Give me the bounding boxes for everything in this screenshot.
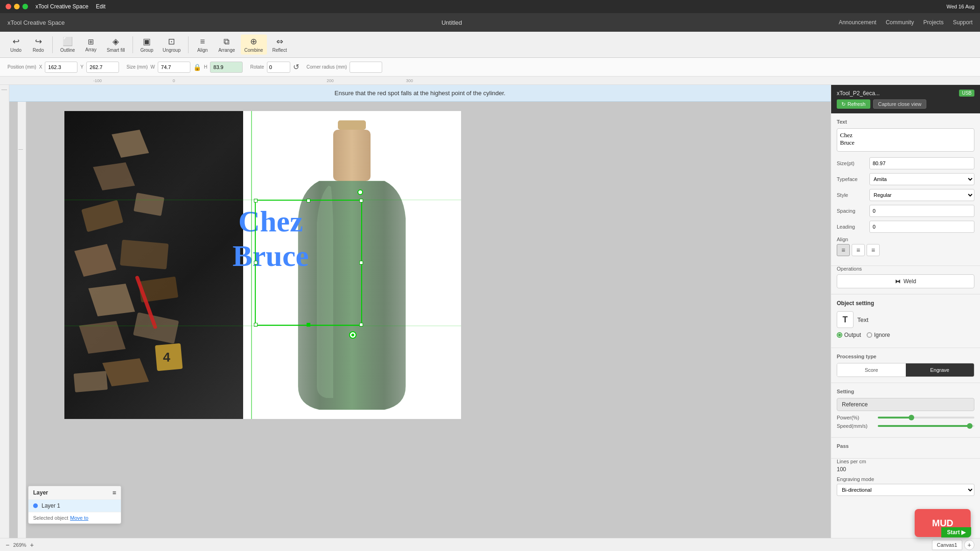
lines-label: Lines per cm — [837, 459, 974, 464]
arrow-icon: ▶ — [961, 529, 966, 536]
engrave-mode-select[interactable]: Bi-directional Unidirectional — [837, 484, 974, 496]
reflect-button[interactable]: ⇔ Reflect — [269, 35, 291, 55]
y-input[interactable] — [86, 62, 119, 73]
processing-tabs: Score Engrave — [837, 363, 974, 377]
size-label: Size (mm) — [126, 64, 148, 70]
typeface-select[interactable]: Amita — [869, 173, 974, 185]
app-title-bar: xTool Creative Space Untitled Announceme… — [0, 13, 980, 32]
layer-footer: Selected object Move to — [28, 512, 121, 523]
doc-title: Untitled — [441, 19, 462, 26]
arrange-button[interactable]: ⧉ Arrange — [215, 35, 239, 55]
w-input[interactable] — [158, 62, 190, 73]
power-thumb[interactable] — [909, 415, 914, 420]
text-bruce: Bruce — [232, 239, 309, 273]
close-button[interactable] — [6, 4, 11, 9]
align-center-button[interactable]: ≡ — [852, 244, 865, 256]
divider-3 — [188, 36, 189, 53]
canvas1-tab[interactable]: Canvas1 — [932, 540, 962, 550]
ruler-mark-0: 0 — [173, 78, 175, 83]
refresh-icon: ↻ — [841, 101, 846, 107]
power-slider[interactable] — [878, 417, 974, 418]
nav-community[interactable]: Community — [886, 19, 914, 26]
align-icon: ≡ — [200, 37, 205, 47]
style-row: Style Regular — [837, 189, 974, 201]
h-input[interactable] — [210, 62, 243, 73]
group-button[interactable]: ▣ Group — [137, 35, 157, 55]
text-props-section: Text Chez Bruce Size(pt) Typeface Amita … — [831, 113, 980, 266]
text-type-label: Text — [857, 316, 868, 323]
svg-marker-10 — [102, 358, 149, 386]
outline-button[interactable]: ⬜ Outline — [56, 35, 79, 55]
text-overlay: Chez Bruce — [232, 204, 309, 273]
app-name: xTool Creative Space — [35, 3, 88, 10]
output-radio[interactable]: Output — [837, 332, 861, 338]
nav-projects[interactable]: Projects — [924, 19, 944, 26]
smartfill-button[interactable]: ◈ Smart fill — [103, 35, 129, 55]
rotate-icon[interactable]: ↺ — [293, 63, 299, 71]
weld-label: Weld — [903, 278, 916, 285]
redo-button[interactable]: ↪ Redo — [28, 35, 49, 55]
align-left-button[interactable]: ≡ — [837, 244, 850, 256]
layer-options-icon[interactable]: ≡ — [112, 489, 116, 496]
canvas-area[interactable]: Ensure that the red spot falls at the hi… — [9, 85, 831, 538]
engrave-section: Engraving mode Bi-directional Unidirecti… — [831, 476, 980, 502]
canvas-viewport: │ — [18, 102, 831, 538]
position-label: Position (mm) — [7, 64, 36, 70]
canvas-content[interactable]: 4 — [64, 111, 461, 419]
undo-button[interactable]: ↩ Undo — [6, 35, 26, 55]
speed-slider[interactable] — [878, 425, 974, 427]
svg-rect-5 — [120, 240, 168, 270]
weld-icon: ⧓ — [895, 278, 901, 285]
style-select[interactable]: Regular — [869, 189, 974, 201]
score-tab[interactable]: Score — [837, 363, 906, 377]
svg-rect-2 — [81, 200, 123, 232]
weld-button[interactable]: ⧓ Weld — [837, 274, 974, 288]
capture-button[interactable]: Capture close view — [873, 99, 927, 109]
ignore-radio[interactable]: Ignore — [867, 332, 890, 338]
maximize-button[interactable] — [22, 4, 28, 9]
rotate-group: Rotate ↺ — [250, 62, 299, 73]
layer-1-item[interactable]: Layer 1 — [28, 500, 121, 512]
text-content-input[interactable]: Chez Bruce — [837, 128, 974, 152]
layer-panel: Layer ≡ Layer 1 Selected object Move to — [28, 486, 121, 524]
lock-icon[interactable]: 🔒 — [193, 63, 201, 71]
combine-button[interactable]: ⊕ Combine — [241, 35, 267, 55]
tab-bar: Canvas1 + — [932, 540, 974, 550]
x-input[interactable] — [45, 62, 77, 73]
rotate-input[interactable] — [267, 62, 290, 73]
add-canvas-button[interactable]: + — [964, 540, 974, 550]
speed-thumb[interactable] — [967, 423, 973, 429]
start-button[interactable]: Start ▶ — [941, 527, 971, 537]
nav-support[interactable]: Support — [953, 19, 973, 26]
align-right-button[interactable]: ≡ — [867, 244, 880, 256]
engrave-tab[interactable]: Engrave — [906, 363, 974, 377]
device-name: xTool_P2_6eca... — [837, 90, 880, 97]
ungroup-button[interactable]: ⊡ Ungroup — [159, 35, 184, 55]
dark-panel: 4 — [64, 111, 243, 419]
text-type-button[interactable]: T — [837, 311, 854, 328]
arrange-icon: ⧉ — [224, 37, 230, 47]
system-bar-right: Wed 16 Aug — [946, 4, 974, 9]
move-to-link[interactable]: Move to — [70, 515, 88, 521]
corner-input[interactable] — [350, 62, 382, 73]
leading-input[interactable] — [869, 221, 974, 233]
svg-rect-11 — [74, 371, 108, 392]
edit-menu[interactable]: Edit — [96, 3, 105, 10]
typeface-label: Typeface — [837, 176, 869, 182]
array-button[interactable]: ⊞ Array — [81, 35, 101, 54]
refresh-button[interactable]: ↻ Refresh — [837, 99, 870, 109]
power-fill — [878, 417, 911, 418]
nav-announcement[interactable]: Announcement — [839, 19, 876, 26]
title-bar-app-name: xTool Creative Space — [7, 19, 65, 26]
spacing-input[interactable] — [869, 205, 974, 217]
text-section-label: Text — [837, 119, 974, 125]
zoom-in-button[interactable]: + — [30, 541, 34, 549]
zoom-out-button[interactable]: − — [6, 541, 9, 549]
speed-label: Speed(mm/s) — [837, 423, 874, 429]
align-button[interactable]: ≡ Align — [192, 35, 213, 55]
right-panel: xTool_P2_6eca... USB ↻ Refresh Capture c… — [831, 85, 980, 538]
size-group: Size (mm) W 🔒 H — [126, 62, 243, 73]
size-input[interactable] — [869, 157, 974, 169]
minimize-button[interactable] — [14, 4, 20, 9]
ruler-mark-100: -100 — [93, 78, 102, 83]
